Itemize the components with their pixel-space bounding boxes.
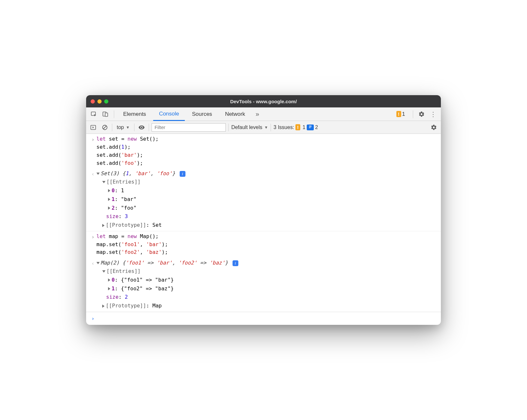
issues-label: 3 Issues: — [273, 125, 294, 130]
live-expression-icon[interactable] — [137, 123, 146, 132]
titlebar: DevTools - www.google.com/ — [86, 95, 441, 107]
expand-arrow-icon[interactable] — [102, 181, 105, 183]
clear-console-icon[interactable] — [100, 123, 109, 132]
issues-indicator[interactable]: 3 Issues: ! 1 2 — [273, 124, 318, 130]
console-output-row: ‹ Set(3) {1, 'bar', 'foo'} i [[Entries]]… — [86, 168, 441, 231]
close-window-button[interactable] — [91, 99, 95, 104]
issues-info-count: 2 — [315, 125, 318, 130]
main-tabbar: Elements Console Sources Network » ! 1 ⋮ — [86, 107, 441, 121]
prompt-chevron-icon: › — [89, 314, 96, 323]
expand-arrow-icon[interactable] — [102, 305, 104, 308]
expand-arrow-icon[interactable] — [108, 198, 110, 201]
tree-node[interactable]: 1: "bar" — [108, 195, 438, 204]
traffic-lights — [91, 99, 108, 104]
expand-arrow-icon[interactable] — [108, 189, 110, 192]
divider — [228, 124, 229, 131]
log-levels-selector[interactable]: Default levels ▼ — [231, 125, 268, 130]
tree-node[interactable]: [[Entries]] — [102, 178, 438, 186]
object-summary[interactable]: Set(3) {1, 'bar', 'foo'} i — [96, 170, 438, 178]
levels-label: Default levels — [231, 125, 262, 130]
divider — [134, 124, 134, 131]
console-toolbar: top ▼ Default levels ▼ 3 Issues: ! 1 2 — [86, 121, 441, 134]
warning-icon: ! — [295, 124, 300, 130]
console-output: › let set = new Set(); set.add(1); set.a… — [86, 134, 441, 325]
console-input-row: › let set = new Set(); set.add(1); set.a… — [86, 134, 441, 168]
expand-arrow-icon[interactable] — [96, 262, 100, 264]
expand-arrow-icon[interactable] — [96, 173, 100, 175]
tab-console[interactable]: Console — [153, 107, 185, 121]
tree-node[interactable]: 0: {"foo1" => "bar"} — [108, 276, 438, 285]
tree-node[interactable]: 0: 1 — [108, 186, 438, 195]
tree-node[interactable]: 2: "foo" — [108, 204, 438, 213]
expand-arrow-icon[interactable] — [108, 278, 110, 282]
info-icon — [307, 125, 314, 130]
tab-sources[interactable]: Sources — [186, 107, 218, 121]
dropdown-icon: ▼ — [126, 125, 130, 130]
divider — [149, 124, 149, 131]
svg-rect-2 — [105, 113, 108, 116]
inspect-element-icon[interactable] — [89, 109, 99, 119]
tree-node[interactable]: [[Prototype]]: Map — [102, 302, 438, 310]
console-input-row: › let map = new Map(); map.set('foo1', '… — [86, 231, 441, 258]
warnings-indicator[interactable]: ! 1 — [394, 111, 410, 117]
info-icon[interactable]: i — [233, 260, 238, 266]
object-summary[interactable]: Map(2) {'foo1' => 'bar', 'foo2' => 'baz'… — [96, 259, 438, 267]
code-block[interactable]: let set = new Set(); set.add(1); set.add… — [96, 135, 438, 167]
output-chevron-icon: ‹ — [89, 170, 96, 230]
warnings-count: 1 — [402, 111, 405, 117]
console-settings-icon[interactable] — [429, 123, 438, 132]
tree-node[interactable]: size: 2 — [102, 293, 438, 302]
tab-network[interactable]: Network — [219, 107, 251, 121]
kebab-menu-icon[interactable]: ⋮ — [428, 109, 438, 119]
expand-arrow-icon[interactable] — [102, 270, 105, 273]
warning-icon: ! — [396, 111, 401, 117]
toggle-sidebar-icon[interactable] — [89, 123, 98, 132]
context-label: top — [117, 125, 124, 130]
svg-rect-8 — [309, 127, 311, 128]
window-title: DevTools - www.google.com/ — [86, 99, 441, 104]
issues-warn-count: 1 — [303, 125, 305, 130]
console-prompt[interactable]: › — [86, 312, 441, 325]
info-icon[interactable]: i — [180, 171, 185, 177]
expand-arrow-icon[interactable] — [102, 224, 104, 227]
settings-icon[interactable] — [416, 109, 427, 119]
output-chevron-icon: ‹ — [89, 259, 96, 310]
code-block[interactable]: let map = new Map(); map.set('foo1', 'ba… — [96, 233, 438, 256]
tree-node[interactable]: size: 3 — [102, 212, 438, 221]
console-output-row: ‹ Map(2) {'foo1' => 'bar', 'foo2' => 'ba… — [86, 258, 441, 312]
divider — [112, 124, 112, 131]
dropdown-icon: ▼ — [264, 125, 268, 130]
svg-rect-6 — [309, 125, 312, 126]
input-chevron-icon: › — [89, 135, 96, 167]
expand-arrow-icon[interactable] — [108, 287, 110, 290]
expand-arrow-icon[interactable] — [108, 206, 110, 210]
divider — [413, 110, 413, 118]
divider — [114, 110, 114, 118]
input-chevron-icon: › — [89, 233, 96, 256]
device-toolbar-icon[interactable] — [100, 109, 111, 119]
context-selector[interactable]: top ▼ — [115, 125, 132, 130]
divider — [271, 124, 271, 131]
svg-line-5 — [104, 126, 106, 129]
devtools-window: DevTools - www.google.com/ Elements Cons… — [86, 95, 441, 325]
tab-elements[interactable]: Elements — [117, 107, 152, 121]
tree-node[interactable]: [[Entries]] — [102, 267, 438, 276]
tree-node[interactable]: [[Prototype]]: Set — [102, 221, 438, 230]
svg-rect-7 — [309, 126, 312, 127]
maximize-window-button[interactable] — [104, 99, 108, 104]
filter-input[interactable] — [152, 123, 226, 132]
tree-node[interactable]: 1: {"foo2" => "baz"} — [108, 285, 438, 293]
minimize-window-button[interactable] — [97, 99, 102, 104]
more-tabs-icon[interactable]: » — [252, 109, 263, 119]
